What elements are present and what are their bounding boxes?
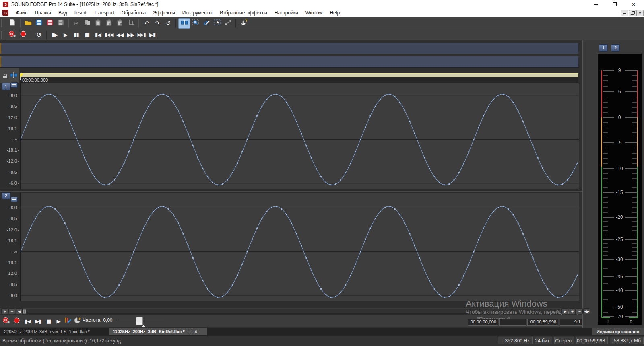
toolbar-grip[interactable] <box>1 31 4 39</box>
menu-items: ФайлПравкаВидInsertTransportОбработкаЭфф… <box>12 9 343 17</box>
scrub-control-button[interactable] <box>73 317 82 325</box>
menu-insert[interactable]: Insert <box>71 9 90 17</box>
waveform-channel-2[interactable] <box>20 192 579 301</box>
zoom-fit-button[interactable]: ◀▶ <box>583 308 590 314</box>
zoom-out-button[interactable]: − <box>8 308 15 314</box>
menu-transport[interactable]: Transport <box>90 9 118 17</box>
save-as-button[interactable] <box>44 19 55 28</box>
play-all-button[interactable]: ▮▶ <box>49 30 60 40</box>
go-to-start-button[interactable]: ▮◀ <box>93 30 103 40</box>
new-file-button[interactable] <box>7 19 18 28</box>
save-button[interactable] <box>33 19 44 28</box>
play-mini-button[interactable]: ▶ <box>54 317 63 325</box>
previous-marker-button[interactable]: ▮◀◀ <box>103 30 114 40</box>
mdi-restore-button[interactable] <box>629 10 636 16</box>
record-remote-mini-button[interactable] <box>2 317 10 325</box>
menu-инструменты[interactable]: Инструменты <box>179 9 216 17</box>
restore-button[interactable] <box>608 0 621 9</box>
repeat-button[interactable]: ↺ <box>163 19 173 28</box>
meter-display[interactable]: 950-5-10-15-20-25-30-35-40-50-70LR <box>598 54 642 325</box>
paste-to-new-button[interactable] <box>114 19 125 28</box>
lock-icon[interactable] <box>3 76 7 78</box>
stop-button[interactable]: ■ <box>82 30 93 40</box>
document-tab-2[interactable]: 11025Hz_200Hz_3dB_SinRef.flac *× <box>109 328 207 335</box>
db-label: -∞ <box>12 137 17 142</box>
go-to-start-mini-button[interactable]: ▮◀ <box>23 317 32 325</box>
channel-1-button[interactable]: 1 <box>2 83 10 90</box>
zoom-in-time-button[interactable]: + <box>569 308 576 314</box>
menu-эффекты[interactable]: Эффекты <box>149 9 179 17</box>
magnify-tool-button[interactable] <box>190 19 201 28</box>
play-button[interactable]: ▶ <box>60 30 71 40</box>
channel-2-button[interactable]: 2 <box>2 192 10 199</box>
frequency-slider[interactable] <box>117 315 169 327</box>
overview-bar-2[interactable] <box>0 56 578 68</box>
menu-правка[interactable]: Правка <box>31 9 55 17</box>
selection-tool-button[interactable] <box>212 19 223 28</box>
rec-remote-icon <box>2 317 10 325</box>
mdi-close-button[interactable]: × <box>636 10 644 16</box>
document-tab-1[interactable]: 22050Hz_200Hz_8dB_over_FS_1min.flac * <box>1 328 109 335</box>
cut-button[interactable]: ✂ <box>71 19 82 28</box>
channel-divider[interactable] <box>0 189 582 193</box>
menu-избранные-эффекты[interactable]: Избранные эффекты <box>216 9 271 17</box>
save-all-button[interactable] <box>55 19 66 28</box>
go-to-start-icon: ▮◀ <box>95 32 101 38</box>
channel-2-minimize-button[interactable] <box>11 197 18 202</box>
loop-playback-button[interactable]: ↺ <box>33 30 44 40</box>
marker-pencil-button[interactable] <box>64 317 72 325</box>
go-to-end-mini-button[interactable]: ▶▮ <box>34 317 43 325</box>
whats-this-help-button[interactable]: ? <box>238 19 249 28</box>
scroll-right-button[interactable]: ▶ <box>561 308 568 314</box>
pencil-tool-button[interactable] <box>201 19 212 28</box>
edit-tool-small-icon[interactable] <box>10 72 17 80</box>
undo-button[interactable]: ↶ <box>141 19 152 28</box>
cursor-position-box[interactable]: 00:00:00,000 <box>468 319 498 326</box>
paste-special-button[interactable] <box>103 19 114 28</box>
menu-файл[interactable]: Файл <box>12 9 31 17</box>
close-button[interactable]: × <box>627 0 640 9</box>
envelope-tool-button[interactable] <box>223 19 233 28</box>
overview-bar-1[interactable] <box>0 43 578 54</box>
meter-scale: 950-5-10-15-20-25-30-35-40-50-70LR <box>598 54 642 325</box>
go-to-end-button[interactable]: ▶▮ <box>147 30 158 40</box>
scroll-left-button[interactable]: ◀ <box>16 308 23 314</box>
next-marker-button[interactable]: ▶▶▮ <box>136 30 147 40</box>
mdi-minimize-button[interactable] <box>621 10 628 16</box>
waveform-channel-1[interactable] <box>20 83 579 189</box>
channel-1-minimize-button[interactable] <box>11 82 18 88</box>
tab-restore-icon[interactable] <box>189 330 192 333</box>
slider-thumb[interactable] <box>136 317 143 325</box>
rewind-button[interactable]: ◀◀ <box>114 30 125 40</box>
fast-forward-button[interactable]: ▶▶ <box>125 30 136 40</box>
zoom-out-time-button[interactable]: − <box>576 308 583 314</box>
trim-crop-button[interactable] <box>125 19 136 28</box>
horizontal-scrollbar[interactable] <box>19 309 560 314</box>
file-end-time-box[interactable]: 00:00:59,998 <box>527 319 558 326</box>
record-button[interactable] <box>18 30 29 40</box>
record-remote-button[interactable] <box>7 30 18 40</box>
minimize-button[interactable] <box>589 0 603 9</box>
meter-channel-2-button[interactable]: 2 <box>611 44 620 52</box>
menu-настройки[interactable]: Настройки <box>271 9 302 17</box>
menu-обработка[interactable]: Обработка <box>118 9 150 17</box>
copy-button[interactable] <box>82 19 93 28</box>
paste-button[interactable] <box>93 19 103 28</box>
open-button[interactable] <box>23 19 33 28</box>
toolbar-grip[interactable] <box>1 19 4 27</box>
selection-length-box[interactable] <box>499 319 526 326</box>
zoom-ratio-box[interactable]: 9:1 <box>560 319 582 326</box>
menu-help[interactable]: Help <box>326 9 343 17</box>
stop-mini-button[interactable]: ■ <box>44 317 53 325</box>
edit-tool-button[interactable] <box>178 18 190 29</box>
menu-window[interactable]: Window <box>302 9 326 17</box>
zoom-in-button[interactable]: + <box>1 308 8 314</box>
meter-channel-1-button[interactable]: 1 <box>599 44 608 52</box>
menu-вид[interactable]: Вид <box>55 9 71 17</box>
record-mini-button[interactable] <box>12 317 21 325</box>
document-tab-row: 11025Hz_200Hz_3dB_SinRef.flac *×22050Hz_… <box>0 328 644 335</box>
tab-close-icon[interactable]: × <box>195 329 197 334</box>
pause-button[interactable]: ▮▮ <box>71 30 82 40</box>
redo-button[interactable]: ↷ <box>152 19 163 28</box>
meter-dock-tab[interactable]: Индикатор каналов <box>592 328 644 335</box>
